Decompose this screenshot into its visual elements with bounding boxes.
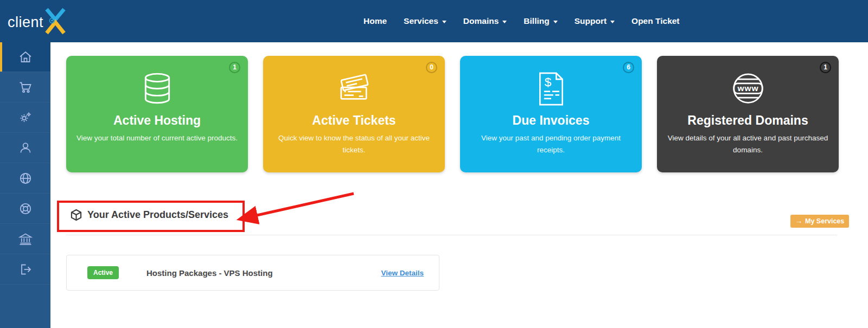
gears-icon xyxy=(18,111,33,125)
sidebar xyxy=(0,42,50,328)
chevron-down-icon xyxy=(610,21,615,23)
stat-cards-row: 1 Active Hosting View your total number … xyxy=(66,56,839,172)
sidebar-item-dashboard[interactable] xyxy=(0,42,50,72)
chevron-down-icon xyxy=(502,21,507,23)
brand-logo[interactable]: client xyxy=(8,14,43,31)
cube-icon xyxy=(71,209,82,221)
invoice-icon: $ xyxy=(460,69,642,109)
life-ring-icon xyxy=(18,202,33,216)
svg-text:www: www xyxy=(737,83,758,93)
sidebar-item-logout[interactable] xyxy=(0,254,50,285)
count-badge: 1 xyxy=(820,62,831,73)
home-icon xyxy=(18,50,33,64)
count-badge: 1 xyxy=(229,62,240,73)
arrow-right-icon: → xyxy=(795,217,802,225)
svg-text:$: $ xyxy=(544,75,551,89)
card-description: View your total number of current active… xyxy=(66,128,248,144)
card-title: Due Invoices xyxy=(460,113,642,128)
database-icon xyxy=(66,69,248,109)
card-title: Registered Domains xyxy=(657,113,839,128)
sidebar-item-domains[interactable] xyxy=(0,163,50,194)
tickets-icon xyxy=(263,69,445,109)
annotation-arrow xyxy=(231,188,361,224)
card-title: Active Hosting xyxy=(66,113,248,128)
divider xyxy=(66,235,837,235)
count-badge: 0 xyxy=(426,62,437,73)
sidebar-item-services[interactable] xyxy=(0,102,50,133)
card-due-invoices[interactable]: 6 $ Due Invoices View your past and pend… xyxy=(460,56,642,172)
nav-services[interactable]: Services xyxy=(404,16,446,26)
service-row[interactable]: Active Hosting Packages - VPS Hosting Vi… xyxy=(66,255,439,291)
card-active-tickets[interactable]: 0 Active Tickets Quick view to know the … xyxy=(263,56,445,172)
my-services-button[interactable]: → My Services xyxy=(790,215,849,228)
card-description: View details of your all active and past… xyxy=(657,128,839,157)
sidebar-item-profile[interactable] xyxy=(0,133,50,163)
globe-icon xyxy=(18,171,33,185)
nav-support[interactable]: Support xyxy=(575,16,615,26)
service-name: Hosting Packages - VPS Hosting xyxy=(146,268,273,278)
card-description: Quick view to know the status of all you… xyxy=(263,128,445,157)
nav-home[interactable]: Home xyxy=(363,16,387,26)
bank-icon xyxy=(18,232,33,246)
status-badge: Active xyxy=(87,266,119,279)
sidebar-item-billing[interactable] xyxy=(0,224,50,254)
chevron-down-icon xyxy=(553,21,558,23)
section-heading: Your Active Products/Services xyxy=(71,209,228,221)
www-globe-icon: www xyxy=(657,69,839,109)
count-badge: 6 xyxy=(623,62,634,73)
card-registered-domains[interactable]: 1 www Registered Domains View details of… xyxy=(657,56,839,172)
logout-icon xyxy=(18,262,33,276)
nav-open-ticket[interactable]: Open Ticket xyxy=(631,16,679,26)
view-details-link[interactable]: View Details xyxy=(381,269,424,277)
brand-x-icon xyxy=(42,7,68,38)
card-active-hosting[interactable]: 1 Active Hosting View your total number … xyxy=(66,56,248,172)
top-navbar: client Home Services Domains Billing Sup… xyxy=(0,0,868,42)
card-description: View your past and pending order payment… xyxy=(460,128,642,157)
user-icon xyxy=(18,141,33,155)
sidebar-item-order[interactable] xyxy=(0,72,50,102)
section-title: Your Active Products/Services xyxy=(87,209,228,221)
main-menu: Home Services Domains Billing Support Op… xyxy=(363,0,680,42)
nav-billing[interactable]: Billing xyxy=(524,16,557,26)
cart-icon xyxy=(18,80,33,94)
nav-domains[interactable]: Domains xyxy=(463,16,507,26)
active-accent-bar xyxy=(0,42,2,72)
sidebar-item-support[interactable] xyxy=(0,194,50,224)
card-title: Active Tickets xyxy=(263,113,445,128)
chevron-down-icon xyxy=(442,21,446,23)
